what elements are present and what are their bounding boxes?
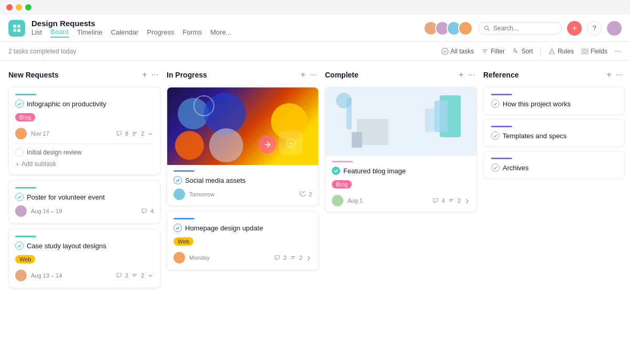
column-add-button-in-progress[interactable]: + — [298, 69, 307, 81]
add-button[interactable]: + — [567, 21, 582, 36]
task-check-icon[interactable] — [15, 100, 24, 108]
card-meta: 4 2 — [432, 197, 470, 204]
card-accent — [15, 94, 36, 95]
task-check-icon[interactable] — [15, 193, 24, 201]
all-tasks-button[interactable]: All tasks — [441, 48, 474, 55]
add-subtask-button[interactable]: + Add subtask — [15, 160, 154, 168]
card-meta: 2 2 — [274, 255, 312, 261]
header-right: + ? — [423, 21, 622, 36]
ref-check-icon[interactable] — [491, 163, 499, 172]
svg-rect-25 — [291, 256, 295, 257]
comment-icon — [274, 255, 280, 261]
subtask-count: 2 — [141, 130, 144, 137]
ref-card-templates[interactable]: Templates and specs — [483, 119, 625, 147]
column-add-button-reference[interactable]: + — [604, 69, 613, 81]
titlebar — [0, 0, 630, 15]
subtask-icon — [290, 255, 296, 261]
card-homepage[interactable]: Homepage design update Web Monday 2 2 — [167, 211, 319, 270]
column-header-in-progress: In Progress + ··· — [167, 69, 319, 81]
ref-check-icon[interactable] — [491, 131, 499, 140]
card-footer: Aug 13 – 14 2 2 — [15, 270, 154, 281]
column-title-new-requests: New Requests — [8, 71, 140, 79]
card-accent — [15, 187, 36, 189]
card-footer: Nov 17 8 2 — [15, 128, 154, 139]
column-more-button-new-requests[interactable]: ··· — [149, 69, 160, 81]
comment-icon — [116, 272, 122, 279]
app-logo — [8, 20, 25, 37]
avatar[interactable] — [458, 21, 473, 36]
svg-rect-3 — [17, 29, 20, 32]
column-title-complete: Complete — [325, 71, 457, 79]
ref-card-how-project-works[interactable]: How this project works — [483, 87, 625, 115]
search-icon — [484, 25, 490, 31]
svg-rect-15 — [582, 49, 584, 51]
header: Design Requests List Board Timeline Cale… — [0, 15, 630, 42]
comment-count: 2 — [125, 272, 128, 279]
column-more-button-in-progress[interactable]: ··· — [308, 69, 319, 81]
column-add-button-new-requests[interactable]: + — [140, 69, 149, 81]
column-complete: Complete + ··· F — [325, 69, 477, 356]
card-date: Aug 14 – 19 — [31, 208, 137, 214]
close-dot[interactable] — [6, 4, 13, 10]
tab-progress[interactable]: Progress — [147, 28, 174, 37]
card-meta: 4 — [141, 208, 154, 214]
fields-label: Fields — [591, 48, 607, 55]
tab-calendar[interactable]: Calendar — [111, 28, 139, 37]
check-circle-icon — [441, 48, 449, 55]
task-check-icon[interactable] — [15, 241, 24, 250]
card-case-study[interactable]: Case study layout designs Web Aug 13 – 1… — [8, 229, 160, 288]
tab-timeline[interactable]: Timeline — [77, 28, 103, 37]
filter-button[interactable]: Filter — [481, 48, 505, 55]
comment-count: 8 — [125, 130, 128, 137]
svg-rect-17 — [582, 52, 584, 54]
sort-icon — [512, 48, 519, 55]
fields-button[interactable]: Fields — [581, 48, 607, 55]
subtask-check-icon[interactable] — [15, 148, 24, 157]
tab-board[interactable]: Board — [50, 28, 69, 38]
subtask-icon — [448, 197, 454, 204]
rules-label: Rules — [558, 48, 574, 55]
column-add-button-complete[interactable]: + — [457, 69, 465, 81]
rules-button[interactable]: Rules — [548, 48, 574, 55]
tag-blog: Blog — [332, 180, 352, 189]
chevron-down-icon[interactable] — [147, 272, 154, 279]
chevron-right-icon[interactable] — [306, 255, 312, 261]
minimize-dot[interactable] — [16, 4, 22, 10]
ref-check-icon[interactable] — [491, 100, 499, 108]
rules-icon — [548, 48, 556, 55]
card-social-media[interactable]: Social media assets Tomorrow 2 — [167, 87, 319, 206]
card-infographic[interactable]: Infographic on productivity Blog Nov 17 … — [8, 87, 160, 175]
sort-button[interactable]: Sort — [512, 48, 533, 55]
card-poster[interactable]: Poster for volunteer event Aug 14 – 19 4 — [8, 180, 160, 224]
chevron-down-icon[interactable] — [147, 130, 154, 137]
column-title-reference: Reference — [483, 71, 604, 79]
task-check-icon[interactable] — [173, 176, 182, 184]
comment-count: 2 — [284, 255, 287, 261]
tab-forms[interactable]: Forms — [182, 28, 202, 37]
chevron-right-icon[interactable] — [464, 197, 470, 204]
card-content: Social media assets Tomorrow 2 — [167, 165, 318, 205]
subtask-count: 2 — [299, 255, 302, 261]
svg-rect-22 — [133, 274, 137, 275]
card-title-infographic: Infographic on productivity — [27, 100, 106, 108]
task-check-icon[interactable] — [332, 167, 340, 175]
help-button[interactable]: ? — [587, 21, 602, 36]
search-box[interactable] — [478, 22, 562, 35]
svg-rect-2 — [13, 29, 16, 32]
task-check-icon[interactable] — [173, 224, 182, 232]
tab-list[interactable]: List — [31, 28, 42, 37]
card-featured-blog[interactable]: Featured blog image Blog Aug 1 4 2 — [325, 87, 477, 212]
card-title-row: Homepage design update — [173, 224, 312, 232]
search-input[interactable] — [493, 25, 556, 32]
maximize-dot[interactable] — [25, 4, 31, 10]
more-options-button[interactable]: ··· — [615, 47, 622, 56]
column-more-button-reference[interactable]: ··· — [614, 69, 625, 81]
tab-more[interactable]: More... — [210, 28, 231, 37]
column-more-button-complete[interactable]: ··· — [466, 69, 477, 81]
card-avatar — [15, 128, 27, 139]
ref-card-archives[interactable]: Archives — [483, 151, 625, 179]
subtask-icon — [132, 272, 138, 279]
column-in-progress: In Progress + ··· — [167, 69, 319, 356]
card-title-social: Social media assets — [185, 177, 246, 184]
user-avatar[interactable] — [607, 21, 622, 36]
